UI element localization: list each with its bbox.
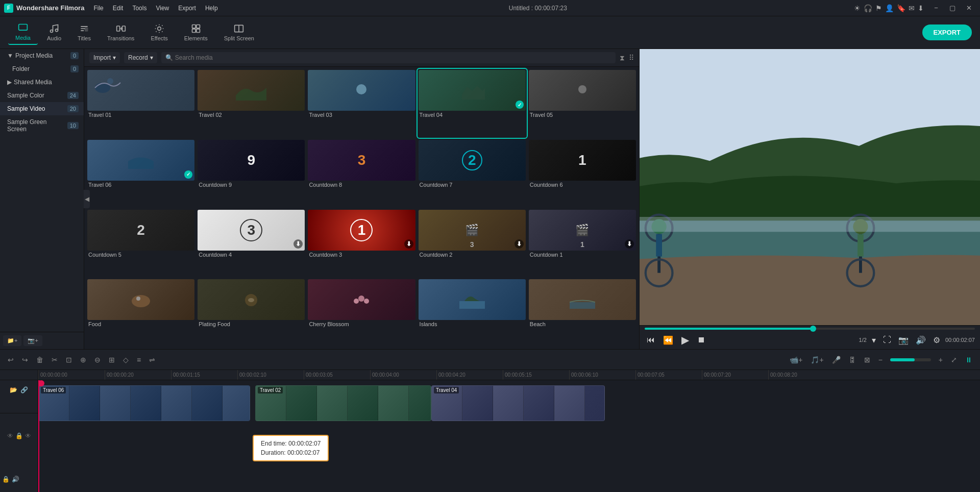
video-track-eye-button[interactable]: 👁 [7,432,13,439]
menu-file[interactable]: File [89,4,107,13]
media-item-travel03[interactable]: Travel 03 [307,69,416,138]
import-chevron-icon: ▾ [113,54,116,61]
tab-elements[interactable]: Elements [177,20,215,44]
tab-titles[interactable]: Titles [70,20,98,44]
add-folder-button[interactable]: 📁+ [3,335,21,346]
stop-button[interactable]: ⏹ [695,334,707,346]
menu-export[interactable]: Export [174,4,200,13]
progress-bar[interactable] [645,328,975,330]
zoom-minus[interactable]: − [876,354,885,365]
snapshot-button[interactable]: 📷 [896,334,911,346]
media-item-travel01[interactable]: Travel 01 [86,69,195,138]
media-item-islands[interactable]: Islands [418,278,527,347]
zoom-out-button[interactable]: ⊖ [92,354,103,365]
media-item-travel05[interactable]: Travel 05 [528,69,637,138]
panel-folder[interactable]: Folder 0 [0,62,84,76]
filter-icon[interactable]: ⧗ [620,54,625,62]
menu-help[interactable]: Help [201,4,222,13]
tab-split-screen[interactable]: Split Screen [217,20,261,44]
media-item-countdown1[interactable]: 🎬 1 ⬇ Countdown 1 [528,209,637,278]
menu-tools[interactable]: Tools [128,4,151,13]
add-audio-track[interactable]: 🎵+ [808,354,826,365]
panel-collapse-button[interactable]: ◀ [84,190,90,208]
media-item-plating-food[interactable]: Plating Food [197,278,306,347]
media-item-countdown8[interactable]: 3 Countdown 8 [307,139,416,208]
panel-project-media[interactable]: ▼ Project Media 0 [0,49,84,62]
search-input[interactable] [175,54,611,61]
fullscreen-button[interactable]: ⛶ [881,334,893,346]
media-item-travel06[interactable]: ✓ Travel 06 [86,139,195,208]
playhead[interactable] [38,380,39,492]
tab-media-label: Media [15,35,31,41]
minimize-button[interactable]: − [929,3,943,14]
close-button[interactable]: ✕ [962,3,976,14]
menu-edit[interactable]: Edit [109,4,128,13]
cut-button[interactable]: ✂ [49,354,60,365]
time-ruler: 00:00:00:00 00:00:00:20 00:00:01:15 00:0… [38,370,980,380]
audio-detach[interactable]: 🎤 [829,354,843,365]
align-button[interactable]: ≡ [134,354,143,365]
diamond-button[interactable]: ◇ [120,354,131,365]
countdown3-add-icon: ⬇ [404,239,413,249]
audio-mix[interactable]: 🎛 [846,354,859,365]
audio-track-speaker-bottom[interactable]: 🔊 [12,476,19,483]
media-item-countdown9[interactable]: 9 Countdown 9 [197,139,306,208]
audio-track-lock-bottom[interactable]: 🔒 [2,476,10,483]
panel-sample-green-screen[interactable]: Sample Green Screen 10 [0,115,84,136]
video-track-mute-button[interactable]: 👁 [25,432,31,439]
crop-button[interactable]: ⊡ [63,354,75,365]
settings-button[interactable]: ⚙ [931,334,942,346]
video-track-lock-button[interactable]: 🔒 [15,432,23,439]
zoom-plus[interactable]: + [936,354,945,365]
add-item-button[interactable]: 📷+ [23,335,42,346]
play-button[interactable]: ▶ [679,333,691,347]
page-dropdown[interactable]: ▾ [870,334,878,346]
titlebar: F Wondershare Filmora File Edit Tools Vi… [0,0,980,16]
zoom-in-button[interactable]: ⊕ [78,354,89,365]
clip-travel04[interactable]: Travel 04 [431,385,605,421]
import-dropdown[interactable]: Import ▾ [89,52,120,63]
grid-options-icon[interactable]: ⠿ [629,54,634,62]
audio-record[interactable]: ⊠ [862,354,873,365]
media-item-travel02[interactable]: Travel 02 [197,69,306,138]
media-item-travel04[interactable]: ✓ Travel 04 [418,69,527,138]
menu-view[interactable]: View [152,4,173,13]
step-back-button[interactable]: ⏪ [661,334,675,346]
link-button[interactable]: 🔗 [20,386,28,393]
media-item-food[interactable]: Food [86,278,195,347]
media-item-countdown4[interactable]: 3 ⬇ Countdown 4 [197,209,306,278]
tab-audio[interactable]: Audio [40,20,68,44]
media-item-countdown2[interactable]: 🎬 3 ⬇ Countdown 2 [418,209,527,278]
redo-button[interactable]: ↪ [19,354,31,365]
clip-travel02[interactable]: Travel 02 [255,385,431,421]
fit-timeline[interactable]: ⤢ [948,354,960,365]
split-button[interactable]: ⊞ [106,354,117,365]
media-item-cherry-blossom[interactable]: Cherry Blossom [307,278,416,347]
add-video-track[interactable]: 📹+ [787,354,805,365]
add-media-track-button[interactable]: 📂 [10,386,17,393]
volume-button[interactable]: 🔊 [914,334,928,346]
media-item-beach[interactable]: Beach [528,278,637,347]
media-item-countdown6[interactable]: 1 Countdown 6 [528,139,637,208]
media-item-countdown3[interactable]: 1 ⬇ Countdown 3 [307,209,416,278]
svg-rect-3 [85,28,88,31]
delete-button[interactable]: 🗑 [34,354,46,365]
media-item-countdown5[interactable]: 2 Countdown 5 [86,209,195,278]
export-button[interactable]: EXPORT [922,24,972,40]
panel-shared-media[interactable]: ▶ Shared Media [0,76,84,89]
media-label-countdown9: Countdown 9 [198,181,305,189]
tab-media[interactable]: Media [8,20,38,45]
pause-button[interactable]: ⏸ [963,354,975,365]
panel-sample-color[interactable]: Sample Color 24 [0,89,84,102]
clip-travel06[interactable]: Travel 06 [38,385,250,421]
undo-button[interactable]: ↩ [5,354,16,365]
panel-sample-video[interactable]: Sample Video 20 [0,102,84,115]
media-item-countdown7[interactable]: 2 Countdown 7 [418,139,527,208]
tooltip-end-time: End time: 00:00:02:07 [261,440,321,447]
record-dropdown[interactable]: Record ▾ [124,52,157,63]
audio-sync-button[interactable]: ⇌ [146,354,158,365]
maximize-button[interactable]: ▢ [945,3,960,14]
tab-effects[interactable]: Effects [143,20,175,44]
tab-transitions[interactable]: Transitions [100,20,141,44]
rewind-button[interactable]: ⏮ [645,334,657,346]
